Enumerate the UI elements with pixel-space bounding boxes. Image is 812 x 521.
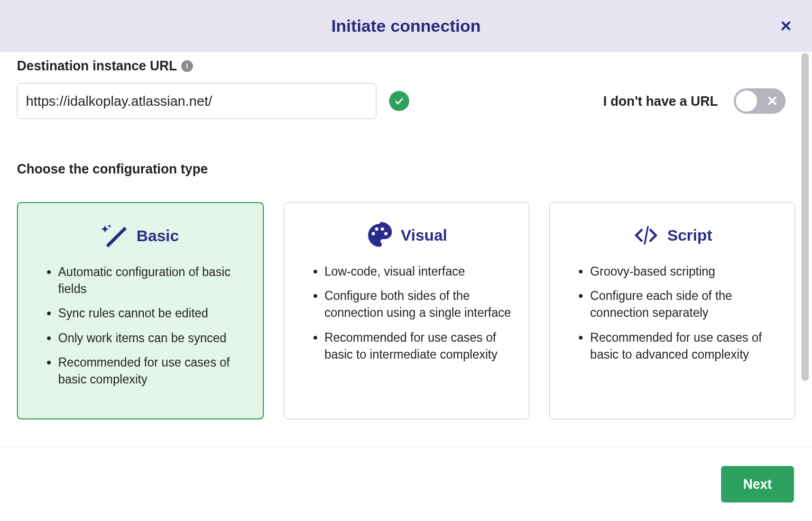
toggle-knob bbox=[736, 90, 757, 112]
dialog-header: Initiate connection ✕ bbox=[0, 0, 812, 52]
toggle-off-x-icon: ✕ bbox=[767, 93, 778, 109]
config-card-visual[interactable]: Visual Low-code, visual interface Config… bbox=[284, 202, 530, 419]
card-bullets-basic: Automatic configuration of basic fields … bbox=[34, 263, 247, 388]
list-item: Sync rules cannot be edited bbox=[58, 305, 247, 322]
close-icon[interactable]: ✕ bbox=[780, 17, 792, 35]
no-url-toggle[interactable]: ✕ bbox=[734, 88, 786, 114]
card-title-script: Script bbox=[667, 226, 712, 244]
list-item: Recommended for use cases of basic to in… bbox=[325, 329, 513, 363]
list-item: Low-code, visual interface bbox=[325, 263, 513, 280]
list-item: Automatic configuration of basic fields bbox=[58, 263, 247, 297]
code-icon bbox=[632, 222, 660, 249]
list-item: Configure both sides of the connection u… bbox=[325, 287, 513, 321]
destination-url-label: Destination instance URL bbox=[17, 58, 177, 74]
list-item: Recommended for use cases of basic to ad… bbox=[590, 329, 779, 363]
card-title-basic: Basic bbox=[136, 227, 179, 245]
config-type-label: Choose the configuration type bbox=[17, 161, 795, 177]
dialog-footer: Next bbox=[0, 447, 812, 521]
dialog-title: Initiate connection bbox=[331, 16, 481, 36]
list-item: Recommended for use cases of basic compl… bbox=[58, 354, 247, 388]
list-item: Only work items can be synced bbox=[58, 330, 247, 346]
no-url-label: I don't have a URL bbox=[603, 94, 718, 109]
list-item: Configure each side of the connection se… bbox=[590, 287, 779, 321]
url-valid-check-icon bbox=[389, 91, 409, 111]
url-row: I don't have a URL ✕ bbox=[17, 83, 795, 119]
no-url-group: I don't have a URL ✕ bbox=[603, 88, 795, 114]
scrollbar[interactable] bbox=[801, 53, 809, 381]
next-button[interactable]: Next bbox=[721, 466, 794, 502]
card-bullets-script: Groovy-based scripting Configure each si… bbox=[566, 263, 779, 363]
card-header-script: Script bbox=[566, 222, 779, 249]
info-icon[interactable]: ! bbox=[181, 60, 193, 72]
card-header-basic: Basic bbox=[34, 222, 247, 250]
palette-icon bbox=[366, 222, 393, 249]
url-label-row: Destination instance URL ! bbox=[17, 58, 795, 74]
card-title-visual: Visual bbox=[401, 226, 447, 244]
card-header-visual: Visual bbox=[300, 222, 513, 249]
config-cards: Basic Automatic configuration of basic f… bbox=[17, 202, 795, 419]
list-item: Groovy-based scripting bbox=[590, 263, 779, 280]
config-card-script[interactable]: Script Groovy-based scripting Configure … bbox=[549, 202, 795, 419]
dialog-content: Destination instance URL ! I don't have … bbox=[0, 52, 812, 445]
magic-wand-icon bbox=[102, 222, 129, 250]
card-bullets-visual: Low-code, visual interface Configure bot… bbox=[300, 263, 513, 363]
destination-url-input[interactable] bbox=[17, 83, 376, 119]
config-card-basic[interactable]: Basic Automatic configuration of basic f… bbox=[17, 202, 264, 419]
